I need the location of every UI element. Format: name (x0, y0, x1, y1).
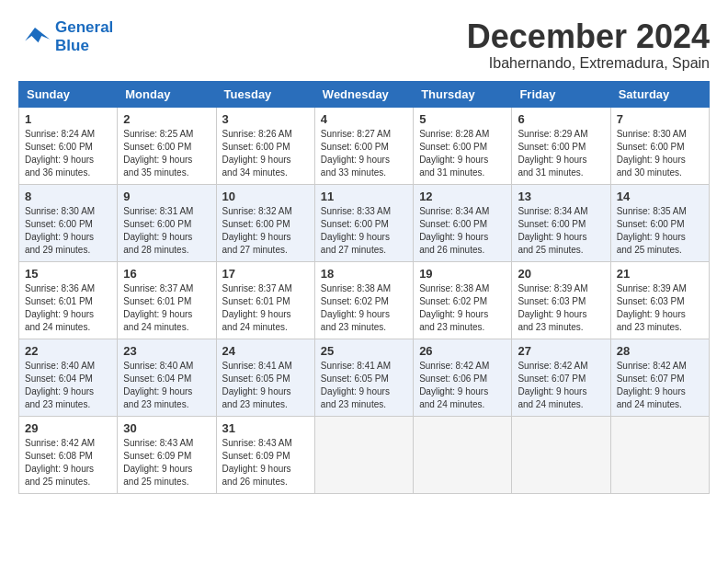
calendar-cell: 21 Sunrise: 8:39 AMSunset: 6:03 PMDaylig… (610, 261, 709, 339)
day-number: 15 (25, 267, 111, 281)
col-header-tuesday: Tuesday (216, 81, 314, 107)
day-info: Sunrise: 8:32 AMSunset: 6:00 PMDaylight:… (222, 205, 309, 257)
day-number: 3 (222, 112, 309, 126)
calendar-cell: 17 Sunrise: 8:37 AMSunset: 6:01 PMDaylig… (216, 261, 314, 339)
calendar-cell: 5 Sunrise: 8:28 AMSunset: 6:00 PMDayligh… (414, 107, 512, 184)
day-number: 23 (123, 344, 210, 358)
day-info: Sunrise: 8:34 AMSunset: 6:00 PMDaylight:… (518, 205, 604, 257)
day-number: 18 (321, 267, 407, 281)
day-info: Sunrise: 8:30 AMSunset: 6:00 PMDaylight:… (617, 128, 703, 179)
day-number: 5 (419, 112, 506, 126)
day-number: 30 (123, 421, 210, 435)
day-number: 10 (222, 190, 309, 203)
calendar-week-2: 8 Sunrise: 8:30 AMSunset: 6:00 PMDayligh… (19, 184, 710, 261)
day-number: 21 (617, 267, 703, 281)
calendar-cell: 31 Sunrise: 8:43 AMSunset: 6:09 PMDaylig… (216, 416, 314, 493)
header: General Blue December 2024 Ibahernando, … (18, 18, 710, 72)
day-number: 17 (222, 267, 309, 281)
logo: General Blue (18, 18, 113, 55)
day-info: Sunrise: 8:43 AMSunset: 6:09 PMDaylight:… (222, 437, 309, 488)
day-info: Sunrise: 8:37 AMSunset: 6:01 PMDaylight:… (222, 282, 309, 334)
day-number: 29 (25, 421, 111, 435)
calendar-cell: 3 Sunrise: 8:26 AMSunset: 6:00 PMDayligh… (216, 107, 314, 184)
day-info: Sunrise: 8:27 AMSunset: 6:00 PMDaylight:… (321, 128, 407, 179)
day-number: 13 (518, 190, 604, 203)
day-info: Sunrise: 8:34 AMSunset: 6:00 PMDaylight:… (419, 205, 506, 257)
calendar-cell: 29 Sunrise: 8:42 AMSunset: 6:08 PMDaylig… (19, 416, 118, 493)
calendar-cell: 9 Sunrise: 8:31 AMSunset: 6:00 PMDayligh… (118, 184, 216, 261)
day-info: Sunrise: 8:36 AMSunset: 6:01 PMDaylight:… (25, 282, 111, 334)
calendar-week-1: 1 Sunrise: 8:24 AMSunset: 6:00 PMDayligh… (19, 107, 710, 184)
day-number: 27 (518, 344, 604, 358)
day-number: 31 (222, 421, 309, 435)
col-header-saturday: Saturday (610, 81, 709, 107)
day-number: 25 (321, 344, 407, 358)
calendar-cell: 30 Sunrise: 8:43 AMSunset: 6:09 PMDaylig… (118, 416, 216, 493)
calendar-cell: 12 Sunrise: 8:34 AMSunset: 6:00 PMDaylig… (414, 184, 512, 261)
calendar-cell: 8 Sunrise: 8:30 AMSunset: 6:00 PMDayligh… (19, 184, 118, 261)
day-info: Sunrise: 8:28 AMSunset: 6:00 PMDaylight:… (419, 128, 506, 179)
day-number: 26 (419, 344, 506, 358)
calendar-cell: 20 Sunrise: 8:39 AMSunset: 6:03 PMDaylig… (512, 261, 610, 339)
day-info: Sunrise: 8:25 AMSunset: 6:00 PMDaylight:… (123, 128, 210, 179)
calendar-cell (314, 416, 413, 493)
day-info: Sunrise: 8:29 AMSunset: 6:00 PMDaylight:… (518, 128, 604, 179)
day-info: Sunrise: 8:31 AMSunset: 6:00 PMDaylight:… (123, 205, 210, 257)
day-info: Sunrise: 8:30 AMSunset: 6:00 PMDaylight:… (25, 205, 111, 257)
calendar-week-5: 29 Sunrise: 8:42 AMSunset: 6:08 PMDaylig… (19, 416, 710, 493)
day-number: 16 (123, 267, 210, 281)
day-info: Sunrise: 8:42 AMSunset: 6:07 PMDaylight:… (617, 360, 703, 411)
calendar-cell: 7 Sunrise: 8:30 AMSunset: 6:00 PMDayligh… (610, 107, 709, 184)
calendar-cell (414, 416, 512, 493)
col-header-thursday: Thursday (414, 81, 512, 107)
calendar-cell: 18 Sunrise: 8:38 AMSunset: 6:02 PMDaylig… (314, 261, 413, 339)
calendar-cell (512, 416, 610, 493)
title-area: December 2024 Ibahernando, Extremadura, … (467, 18, 710, 72)
calendar-cell: 22 Sunrise: 8:40 AMSunset: 6:04 PMDaylig… (19, 339, 118, 416)
day-number: 7 (617, 112, 703, 126)
day-info: Sunrise: 8:41 AMSunset: 6:05 PMDaylight:… (321, 360, 407, 411)
col-header-wednesday: Wednesday (314, 81, 413, 107)
day-info: Sunrise: 8:37 AMSunset: 6:01 PMDaylight:… (123, 282, 210, 334)
day-number: 22 (25, 344, 111, 358)
day-info: Sunrise: 8:35 AMSunset: 6:00 PMDaylight:… (617, 205, 703, 257)
calendar-cell: 11 Sunrise: 8:33 AMSunset: 6:00 PMDaylig… (314, 184, 413, 261)
day-number: 8 (25, 190, 111, 203)
day-number: 24 (222, 344, 309, 358)
calendar-cell: 23 Sunrise: 8:40 AMSunset: 6:04 PMDaylig… (118, 339, 216, 416)
calendar-cell: 28 Sunrise: 8:42 AMSunset: 6:07 PMDaylig… (610, 339, 709, 416)
calendar-week-4: 22 Sunrise: 8:40 AMSunset: 6:04 PMDaylig… (19, 339, 710, 416)
calendar-cell (610, 416, 709, 493)
location-subtitle: Ibahernando, Extremadura, Spain (467, 55, 710, 72)
day-info: Sunrise: 8:24 AMSunset: 6:00 PMDaylight:… (25, 128, 111, 179)
day-number: 28 (617, 344, 703, 358)
day-number: 12 (419, 190, 506, 203)
calendar-cell: 27 Sunrise: 8:42 AMSunset: 6:07 PMDaylig… (512, 339, 610, 416)
calendar-cell: 2 Sunrise: 8:25 AMSunset: 6:00 PMDayligh… (118, 107, 216, 184)
logo-text: General Blue (55, 18, 113, 55)
calendar-header-row: SundayMondayTuesdayWednesdayThursdayFrid… (19, 81, 710, 107)
calendar-table: SundayMondayTuesdayWednesdayThursdayFrid… (18, 81, 710, 494)
col-header-sunday: Sunday (19, 81, 118, 107)
calendar-cell: 15 Sunrise: 8:36 AMSunset: 6:01 PMDaylig… (19, 261, 118, 339)
day-info: Sunrise: 8:41 AMSunset: 6:05 PMDaylight:… (222, 360, 309, 411)
calendar-cell: 13 Sunrise: 8:34 AMSunset: 6:00 PMDaylig… (512, 184, 610, 261)
day-info: Sunrise: 8:40 AMSunset: 6:04 PMDaylight:… (123, 360, 210, 411)
day-info: Sunrise: 8:38 AMSunset: 6:02 PMDaylight:… (321, 282, 407, 334)
calendar-cell: 25 Sunrise: 8:41 AMSunset: 6:05 PMDaylig… (314, 339, 413, 416)
day-info: Sunrise: 8:39 AMSunset: 6:03 PMDaylight:… (518, 282, 604, 334)
col-header-monday: Monday (118, 81, 216, 107)
calendar-cell: 16 Sunrise: 8:37 AMSunset: 6:01 PMDaylig… (118, 261, 216, 339)
calendar-cell: 26 Sunrise: 8:42 AMSunset: 6:06 PMDaylig… (414, 339, 512, 416)
day-info: Sunrise: 8:42 AMSunset: 6:08 PMDaylight:… (25, 437, 111, 488)
day-info: Sunrise: 8:42 AMSunset: 6:07 PMDaylight:… (518, 360, 604, 411)
month-title: December 2024 (467, 18, 710, 55)
calendar-week-3: 15 Sunrise: 8:36 AMSunset: 6:01 PMDaylig… (19, 261, 710, 339)
day-number: 1 (25, 112, 111, 126)
day-number: 6 (518, 112, 604, 126)
day-info: Sunrise: 8:40 AMSunset: 6:04 PMDaylight:… (25, 360, 111, 411)
calendar-cell: 14 Sunrise: 8:35 AMSunset: 6:00 PMDaylig… (610, 184, 709, 261)
day-number: 4 (321, 112, 407, 126)
logo-icon (18, 24, 51, 50)
calendar-cell: 10 Sunrise: 8:32 AMSunset: 6:00 PMDaylig… (216, 184, 314, 261)
